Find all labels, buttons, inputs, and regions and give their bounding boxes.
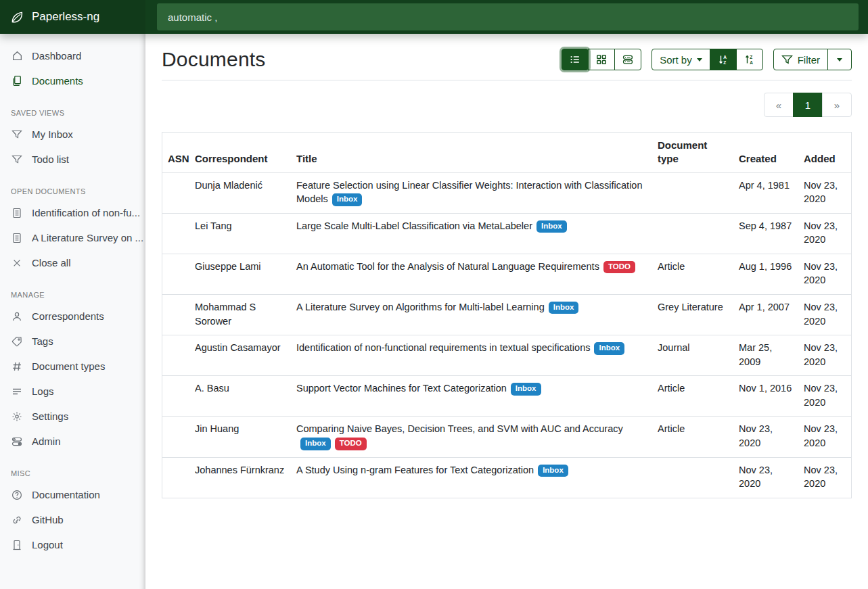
sidebar-item-label: Logs	[32, 384, 54, 398]
tag-badge[interactable]: Inbox	[511, 383, 541, 396]
cell-correspondent[interactable]: Dunja Mladenić	[189, 172, 291, 213]
sidebar-item-label: Close all	[32, 256, 71, 270]
document-title-link[interactable]: Identification of non-functional require…	[296, 342, 590, 353]
cell-correspondent[interactable]: Giuseppe Lami	[189, 254, 291, 294]
sidebar-item-admin[interactable]: Admin	[0, 429, 145, 454]
table-header-row: ASN Correspondent Title Document type Cr…	[162, 133, 851, 172]
cell-document-type[interactable]	[652, 457, 733, 498]
pagination-page-1-button[interactable]: 1	[793, 93, 823, 117]
svg-text:Z: Z	[723, 60, 726, 65]
list-view-button[interactable]	[562, 49, 589, 70]
search-input[interactable]	[157, 3, 859, 30]
sidebar: Dashboard Documents SAVED VIEWS My Inbox…	[0, 34, 145, 589]
pagination-prev-button[interactable]: «	[764, 93, 794, 117]
filter-button[interactable]: Filter	[773, 49, 828, 70]
sort-ascending-button[interactable]: AZ	[710, 49, 737, 70]
filter-dropdown-button[interactable]	[827, 49, 852, 70]
tag-badge[interactable]: TODO	[603, 261, 635, 274]
table-row: Johannes Fürnkranz A Study Using n-gram …	[162, 457, 851, 498]
cell-correspondent[interactable]: Johannes Fürnkranz	[189, 457, 291, 498]
cell-added: Nov 23, 2020	[798, 376, 851, 417]
sidebar-item-logout[interactable]: Logout	[0, 532, 145, 557]
sidebar-item-todo-list[interactable]: Todo list	[0, 147, 145, 172]
cell-correspondent[interactable]: Agustin Casamayor	[189, 335, 291, 376]
document-title-link[interactable]: A Literature Survey on Algorithms for Mu…	[296, 302, 545, 312]
sidebar-item-document-types[interactable]: Document types	[0, 354, 145, 379]
cell-asn	[162, 254, 189, 294]
question-circle-icon	[11, 489, 23, 501]
large-cards-view-button[interactable]	[614, 49, 641, 70]
cell-document-type[interactable]	[652, 172, 733, 213]
sort-by-button[interactable]: Sort by	[652, 49, 710, 70]
cell-title: A Study Using n-gram Features for Text C…	[291, 457, 652, 498]
column-header-document-type[interactable]: Document type	[652, 133, 733, 172]
small-cards-view-button[interactable]	[588, 49, 615, 70]
funnel-icon	[11, 154, 23, 166]
sidebar-item-tags[interactable]: Tags	[0, 329, 145, 354]
app-brand[interactable]: Paperless-ng	[0, 0, 145, 34]
document-title-link[interactable]: Comparing Naive Bayes, Decision Trees, a…	[296, 423, 623, 434]
home-icon	[11, 50, 23, 62]
sidebar-item-close-all[interactable]: Close all	[0, 250, 145, 275]
sidebar-item-label: Logout	[32, 538, 63, 552]
document-title-link[interactable]: Large Scale Multi-Label Classification v…	[296, 220, 532, 231]
column-header-asn[interactable]: ASN	[162, 133, 189, 172]
sidebar-item-label: Tags	[32, 334, 53, 348]
cell-document-type[interactable]: Article	[652, 254, 733, 294]
cell-title: Support Vector Machines for Text Categor…	[291, 376, 652, 417]
cell-correspondent[interactable]: Mohammad S Sorower	[189, 294, 291, 335]
column-header-created[interactable]: Created	[733, 133, 798, 172]
sidebar-item-label: Documentation	[32, 488, 100, 502]
document-title-link[interactable]: An Automatic Tool for the Analysis of Na…	[296, 261, 599, 272]
cell-correspondent[interactable]: Lei Tang	[189, 213, 291, 254]
tag-badge[interactable]: TODO	[335, 438, 367, 450]
grid-icon	[596, 54, 607, 65]
tag-badge[interactable]: Inbox	[594, 342, 624, 355]
cell-document-type[interactable]: Article	[652, 417, 733, 457]
pagination-next-button[interactable]: »	[822, 93, 852, 117]
tag-badge[interactable]: Inbox	[300, 438, 331, 450]
cell-added: Nov 23, 2020	[798, 335, 851, 376]
sidebar-item-label: GitHub	[32, 513, 64, 527]
cell-document-type[interactable]: Article	[652, 376, 733, 417]
tag-badge[interactable]: Inbox	[538, 465, 568, 477]
sidebar-item-github[interactable]: GitHub	[0, 507, 145, 532]
tag-badge[interactable]: Inbox	[332, 193, 363, 206]
cell-correspondent[interactable]: Jin Huang	[189, 417, 291, 457]
cell-correspondent[interactable]: A. Basu	[189, 376, 291, 417]
tag-badge[interactable]: Inbox	[549, 302, 579, 314]
cell-document-type[interactable]	[652, 213, 733, 254]
sidebar-item-documentation[interactable]: Documentation	[0, 482, 145, 507]
chevron-down-icon	[837, 58, 842, 62]
documents-icon	[11, 75, 23, 87]
horizontal-cards-icon	[622, 54, 633, 65]
sidebar-item-open-document-2[interactable]: A Literature Survey on ...	[0, 225, 145, 250]
sidebar-item-label: Todo list	[32, 152, 69, 166]
sidebar-item-dashboard[interactable]: Dashboard	[0, 43, 145, 68]
cell-document-type[interactable]: Journal	[652, 335, 733, 376]
column-header-added[interactable]: Added	[798, 133, 851, 172]
file-text-icon	[11, 232, 23, 244]
sidebar-item-open-document-1[interactable]: Identification of non-fu...	[0, 200, 145, 225]
table-row: Mohammad S Sorower A Literature Survey o…	[162, 294, 851, 335]
cell-added: Nov 23, 2020	[798, 254, 851, 294]
sidebar-item-correspondents[interactable]: Correspondents	[0, 304, 145, 329]
cell-asn	[162, 172, 189, 213]
tag-badge[interactable]: Inbox	[536, 220, 567, 233]
table-row: Giuseppe Lami An Automatic Tool for the …	[162, 254, 851, 294]
svg-text:Z: Z	[750, 55, 752, 60]
column-header-correspondent[interactable]: Correspondent	[189, 133, 291, 172]
cell-created: Mar 25, 2009	[733, 335, 798, 376]
column-header-title[interactable]: Title	[291, 133, 652, 172]
cell-document-type[interactable]: Grey Literature	[652, 294, 733, 335]
document-title-link[interactable]: Support Vector Machines for Text Categor…	[296, 383, 507, 394]
sidebar-item-documents[interactable]: Documents	[0, 68, 145, 93]
sort-descending-button[interactable]: ZA	[736, 49, 763, 70]
toggles-icon	[11, 435, 23, 448]
sidebar-item-logs[interactable]: Logs	[0, 379, 145, 404]
sidebar-item-my-inbox[interactable]: My Inbox	[0, 122, 145, 147]
cell-title: Large Scale Multi-Label Classification v…	[291, 213, 652, 254]
cell-created: Nov 23, 2020	[733, 457, 798, 498]
document-title-link[interactable]: A Study Using n-gram Features for Text C…	[296, 465, 534, 475]
sidebar-item-settings[interactable]: Settings	[0, 404, 145, 429]
